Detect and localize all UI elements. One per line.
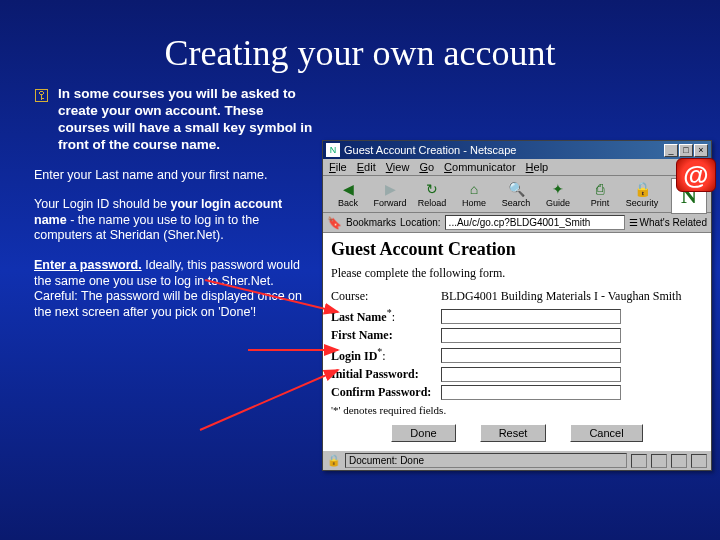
- status-box-2: [651, 454, 667, 468]
- close-button[interactable]: ×: [694, 144, 708, 157]
- slide-title: Creating your own account: [0, 0, 720, 86]
- menu-go[interactable]: Go: [419, 161, 434, 173]
- related-icon: ☰: [629, 217, 638, 228]
- para-names: Enter your Last name and your first name…: [34, 168, 314, 184]
- back-button[interactable]: ◀Back: [327, 178, 369, 210]
- course-label: Course:: [331, 289, 441, 304]
- bookmarks-icon[interactable]: 🔖: [327, 216, 342, 230]
- reload-button[interactable]: ↻Reload: [411, 178, 453, 210]
- cpw-label: Confirm Password:: [331, 385, 441, 400]
- bullet-text: In some courses you will be asked to cre…: [58, 86, 314, 154]
- ipw-label: Initial Password:: [331, 367, 441, 382]
- print-button[interactable]: ⎙Print: [579, 178, 621, 210]
- home-icon: ⌂: [464, 180, 484, 198]
- search-icon: 🔍: [506, 180, 526, 198]
- app-icon: N: [326, 143, 340, 157]
- login-input[interactable]: [441, 348, 621, 363]
- page-lead: Please complete the following form.: [331, 266, 703, 281]
- cpw-bold: Confirm Password:: [331, 385, 431, 399]
- menu-communicator[interactable]: Communicator: [444, 161, 516, 173]
- svg-line-2: [200, 370, 338, 430]
- key-icon: ⚿: [34, 86, 58, 154]
- whats-related[interactable]: ☰What's Related: [629, 217, 708, 228]
- forward-button[interactable]: ▶Forward: [369, 178, 411, 210]
- reload-label: Reload: [418, 198, 447, 208]
- lastname-label: Last Name*:: [331, 307, 441, 325]
- ipw-input[interactable]: [441, 367, 621, 382]
- toolbar: ◀Back ▶Forward ↻Reload ⌂Home 🔍Search ✦Gu…: [323, 176, 711, 213]
- firstname-bold: First Name:: [331, 328, 393, 342]
- page-heading: Guest Account Creation: [331, 239, 703, 260]
- para-login-pre: Your Login ID should be: [34, 197, 170, 211]
- search-button[interactable]: 🔍Search: [495, 178, 537, 210]
- maximize-button[interactable]: □: [679, 144, 693, 157]
- status-box-3: [671, 454, 687, 468]
- cpw-input[interactable]: [441, 385, 621, 400]
- location-label: Location:: [400, 217, 441, 228]
- statusbar: 🔒 Document: Done: [323, 450, 711, 470]
- security-label: Security: [626, 198, 659, 208]
- reset-button[interactable]: Reset: [480, 424, 547, 442]
- window-title: Guest Account Creation - Netscape: [344, 144, 664, 156]
- status-box-4: [691, 454, 707, 468]
- home-label: Home: [462, 198, 486, 208]
- back-label: Back: [338, 198, 358, 208]
- minimize-button[interactable]: _: [664, 144, 678, 157]
- row-login: Login ID*:: [331, 346, 703, 364]
- related-label: What's Related: [640, 217, 708, 228]
- para-pw-lead: Enter a password.: [34, 258, 142, 272]
- guide-button[interactable]: ✦Guide: [537, 178, 579, 210]
- button-row: Done Reset Cancel: [331, 424, 703, 442]
- row-lastname: Last Name*:: [331, 307, 703, 325]
- location-bar: 🔖 Bookmarks Location: ...Au/c/go.cp?BLDG…: [323, 213, 711, 233]
- ipw-bold: Initial Password:: [331, 367, 419, 381]
- status-box-1: [631, 454, 647, 468]
- reload-icon: ↻: [422, 180, 442, 198]
- print-label: Print: [591, 198, 610, 208]
- para-password: Enter a password. Ideally, this password…: [34, 258, 314, 321]
- menubar: File Edit View Go Communicator Help: [323, 159, 711, 176]
- para-login: Your Login ID should be your login accou…: [34, 197, 314, 244]
- login-label: Login ID*:: [331, 346, 441, 364]
- browser-window: N Guest Account Creation - Netscape _ □ …: [322, 140, 712, 471]
- forward-label: Forward: [373, 198, 406, 208]
- location-field[interactable]: ...Au/c/go.cp?BLDG4001_Smith: [445, 215, 625, 230]
- status-text: Document: Done: [345, 453, 627, 468]
- menu-view[interactable]: View: [386, 161, 410, 173]
- back-icon: ◀: [338, 180, 358, 198]
- titlebar: N Guest Account Creation - Netscape _ □ …: [323, 141, 711, 159]
- row-ipw: Initial Password:: [331, 367, 703, 382]
- row-course: Course: BLDG4001 Building Materials I - …: [331, 289, 703, 304]
- forward-icon: ▶: [380, 180, 400, 198]
- cancel-button[interactable]: Cancel: [570, 424, 642, 442]
- menu-file[interactable]: File: [329, 161, 347, 173]
- guide-label: Guide: [546, 198, 570, 208]
- menu-edit[interactable]: Edit: [357, 161, 376, 173]
- course-value: BLDG4001 Building Materials I - Vaughan …: [441, 289, 681, 304]
- guide-icon: ✦: [548, 180, 568, 198]
- status-lock-icon: 🔒: [327, 454, 341, 467]
- menu-help[interactable]: Help: [526, 161, 549, 173]
- lastname-bold: Last Name: [331, 310, 387, 324]
- search-label: Search: [502, 198, 531, 208]
- login-bold: Login ID: [331, 349, 377, 363]
- page-content: Guest Account Creation Please complete t…: [323, 233, 711, 450]
- bullet-item: ⚿ In some courses you will be asked to c…: [34, 86, 314, 154]
- bookmarks-label[interactable]: Bookmarks: [346, 217, 396, 228]
- home-button[interactable]: ⌂Home: [453, 178, 495, 210]
- lastname-input[interactable]: [441, 309, 621, 324]
- left-column: ⚿ In some courses you will be asked to c…: [34, 86, 314, 335]
- at-badge-icon: @: [676, 158, 716, 192]
- firstname-input[interactable]: [441, 328, 621, 343]
- security-button[interactable]: 🔒Security: [621, 178, 663, 210]
- para-login-post: - the name you use to log in to the comp…: [34, 213, 259, 243]
- print-icon: ⎙: [590, 180, 610, 198]
- done-button[interactable]: Done: [391, 424, 455, 442]
- row-cpw: Confirm Password:: [331, 385, 703, 400]
- firstname-label: First Name:: [331, 328, 441, 343]
- required-note: '*' denotes required fields.: [331, 404, 703, 416]
- lock-icon: 🔒: [632, 180, 652, 198]
- row-firstname: First Name:: [331, 328, 703, 343]
